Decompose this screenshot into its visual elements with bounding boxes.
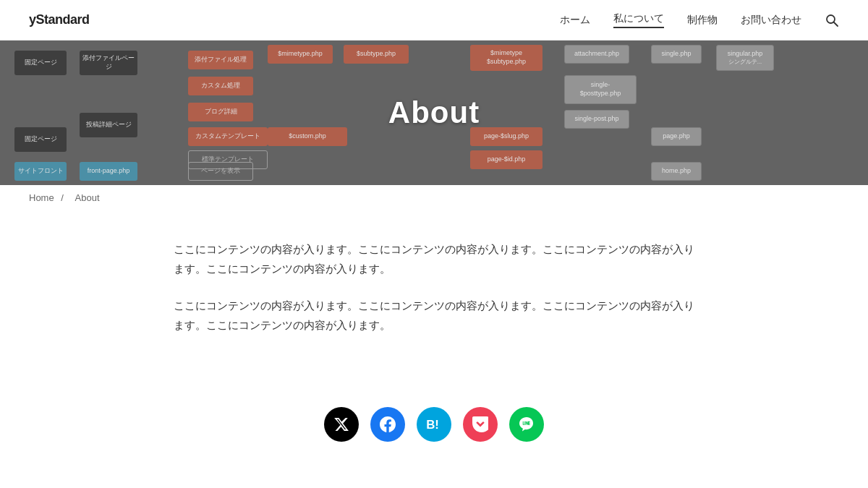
site-header: yStandard ホーム 私について 制作物 お問い合わせ xyxy=(0,0,868,40)
page-title: About xyxy=(388,95,480,130)
main-nav: ホーム 私について 制作物 お問い合わせ xyxy=(560,12,839,28)
site-logo[interactable]: yStandard xyxy=(29,12,90,27)
hero-title-overlay: About xyxy=(0,40,868,185)
breadcrumb-current: About xyxy=(75,192,100,203)
share-hatena-button[interactable]: B! xyxy=(417,407,451,442)
svg-text:B!: B! xyxy=(426,418,439,432)
nav-about[interactable]: 私について xyxy=(613,12,664,28)
social-share-bar: B! xyxy=(0,364,868,471)
share-line-button[interactable] xyxy=(509,407,544,442)
share-twitter-button[interactable] xyxy=(324,407,359,442)
search-button[interactable] xyxy=(825,13,839,27)
nav-contact[interactable]: お問い合わせ xyxy=(741,14,801,27)
content-paragraph-2: ここにコンテンツの内容が入ります。ここにコンテンツの内容が入ります。ここにコンテ… xyxy=(174,296,694,335)
svg-line-1 xyxy=(834,22,838,26)
share-pocket-button[interactable] xyxy=(463,407,498,442)
share-facebook-button[interactable] xyxy=(370,407,405,442)
breadcrumb-separator: / xyxy=(61,192,64,203)
breadcrumb: Home / About xyxy=(0,185,868,210)
nav-works[interactable]: 制作物 xyxy=(687,14,718,27)
hero-section: 固定ページ 添付ファイルページ 添付ファイル処理 $mimetype.php $… xyxy=(0,40,868,185)
main-content: ここにコンテンツの内容が入ります。ここにコンテンツの内容が入ります。ここにコンテ… xyxy=(145,239,723,335)
breadcrumb-home[interactable]: Home xyxy=(29,192,54,203)
content-paragraph-1: ここにコンテンツの内容が入ります。ここにコンテンツの内容が入ります。ここにコンテ… xyxy=(174,239,694,278)
nav-home[interactable]: ホーム xyxy=(560,14,590,27)
